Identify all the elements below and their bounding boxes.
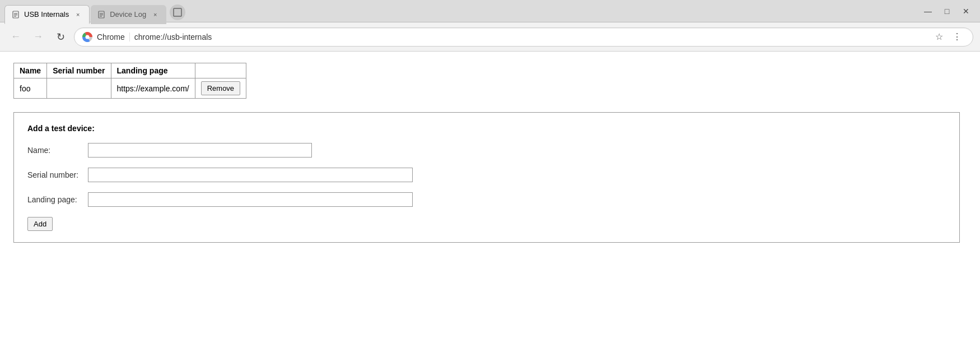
menu-button[interactable]: ⋮ [949, 29, 965, 45]
remove-button[interactable]: Remove [201, 81, 240, 95]
serial-row: Serial number: [27, 168, 946, 182]
add-device-section: Add a test device: Name: Serial number: … [13, 112, 960, 243]
chrome-logo-icon [82, 32, 92, 42]
forward-button[interactable]: → [29, 28, 47, 46]
window-controls: — □ ✕ [923, 6, 976, 16]
minimize-button[interactable]: — [923, 6, 933, 16]
tab-page-icon [12, 11, 20, 18]
add-button[interactable]: Add [27, 217, 53, 231]
tab-device-log[interactable]: Device Log × [91, 5, 166, 24]
cell-serial [47, 78, 111, 99]
tab-device-log-label: Device Log [110, 10, 146, 18]
col-header-landing: Landing page [111, 63, 195, 78]
col-header-name: Name [14, 63, 47, 78]
svg-point-11 [86, 35, 90, 39]
col-header-actions [195, 63, 246, 78]
table-row: foo https://example.com/ Remove [14, 78, 246, 99]
site-name: Chrome [97, 33, 130, 41]
reload-icon: ↻ [57, 31, 65, 43]
cell-landing: https://example.com/ [111, 78, 195, 99]
title-bar: USB Internals × Device Log × — □ ✕ [0, 0, 980, 22]
landing-label: Landing page: [27, 195, 83, 204]
add-device-title: Add a test device: [27, 124, 946, 133]
new-tab-button[interactable] [170, 4, 185, 20]
tab-usb-internals-label: USB Internals [24, 10, 69, 18]
name-input[interactable] [88, 143, 312, 158]
tab-page-icon-2 [97, 11, 105, 18]
tab-usb-internals[interactable]: USB Internals × [4, 5, 90, 24]
address-bar-actions: ☆ ⋮ [931, 29, 965, 45]
reload-button[interactable]: ↻ [52, 28, 69, 46]
url-display: chrome://usb-internals [134, 33, 927, 41]
nav-bar: ← → ↻ Chrome chrome://usb-internals ☆ ⋮ [0, 22, 980, 52]
page-content: Name Serial number Landing page foo http… [0, 52, 980, 361]
tab-device-log-close[interactable]: × [151, 10, 160, 19]
col-header-serial: Serial number [47, 63, 111, 78]
landing-row: Landing page: [27, 192, 946, 207]
address-bar[interactable]: Chrome chrome://usb-internals ☆ ⋮ [74, 27, 973, 47]
tab-usb-internals-close[interactable]: × [73, 10, 82, 19]
table-header-row: Name Serial number Landing page [14, 63, 246, 78]
landing-input[interactable] [88, 192, 413, 207]
add-button-row: Add [27, 217, 946, 231]
cell-name: foo [14, 78, 47, 99]
devices-table: Name Serial number Landing page foo http… [13, 63, 246, 99]
maximize-button[interactable]: □ [942, 6, 952, 16]
name-row: Name: [27, 143, 946, 158]
serial-label: Serial number: [27, 170, 83, 179]
name-label: Name: [27, 146, 83, 155]
svg-rect-8 [174, 8, 181, 16]
cell-remove: Remove [195, 78, 246, 99]
serial-input[interactable] [88, 168, 413, 182]
back-button[interactable]: ← [7, 28, 25, 46]
close-button[interactable]: ✕ [961, 6, 971, 16]
tab-strip: USB Internals × Device Log × [4, 0, 923, 22]
forward-icon: → [33, 31, 43, 43]
back-icon: ← [11, 31, 21, 43]
bookmark-button[interactable]: ☆ [931, 29, 947, 45]
